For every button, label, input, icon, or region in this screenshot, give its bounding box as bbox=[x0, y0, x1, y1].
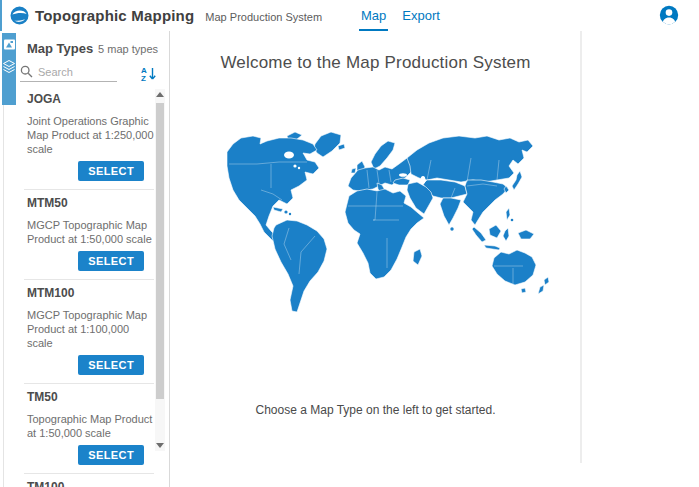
map-type-name: MTM100 bbox=[27, 286, 154, 300]
map-type-description: MGCP Topographic Map Product at 1:50,000… bbox=[27, 218, 154, 246]
app-subtitle: Map Production System bbox=[205, 11, 322, 23]
list-item-tm100: TM100 bbox=[24, 474, 154, 487]
scroll-down-arrow[interactable] bbox=[156, 443, 164, 448]
app-title: Topographic Mapping bbox=[35, 7, 194, 24]
map-type-description: Joint Operations Graphic Map Product at … bbox=[27, 114, 154, 156]
layers-icon[interactable] bbox=[3, 60, 15, 73]
panel-title: Map Types bbox=[27, 41, 93, 56]
user-avatar-icon[interactable] bbox=[659, 5, 679, 25]
select-button-mtm50[interactable]: SELECT bbox=[78, 251, 144, 271]
tab-map[interactable]: Map bbox=[359, 0, 388, 31]
list-item-tm50: TM50 Topographic Map Product at 1:50,000… bbox=[24, 384, 154, 474]
sort-a-z-icon[interactable]: A Z bbox=[139, 66, 157, 82]
map-type-name: MTM50 bbox=[27, 196, 154, 210]
svg-text:Z: Z bbox=[141, 74, 146, 82]
widget-rail bbox=[2, 33, 16, 105]
map-types-panel: Map Types 5 map types A Z bbox=[16, 31, 170, 487]
sidebar-scrollbar[interactable] bbox=[155, 89, 165, 451]
header-tabs: Map Export bbox=[359, 0, 454, 31]
map-widget-icon[interactable] bbox=[4, 39, 15, 50]
tab-export[interactable]: Export bbox=[400, 0, 442, 31]
map-type-description: MGCP Topographic Map Product at 1:100,00… bbox=[27, 308, 154, 350]
sidebar: Map Types 5 map types A Z bbox=[0, 31, 170, 487]
welcome-title: Welcome to the Map Production System bbox=[171, 53, 580, 73]
scroll-up-arrow[interactable] bbox=[156, 92, 164, 97]
rail-divider bbox=[3, 105, 4, 487]
globe-icon bbox=[10, 6, 29, 25]
app-header: Topographic Mapping Map Production Syste… bbox=[0, 0, 699, 31]
list-item-mtm100: MTM100 MGCP Topographic Map Product at 1… bbox=[24, 280, 154, 384]
select-button-mtm100[interactable]: SELECT bbox=[78, 355, 144, 375]
world-map bbox=[227, 128, 567, 318]
welcome-panel: Welcome to the Map Production System bbox=[171, 31, 582, 463]
map-type-name: TM50 bbox=[27, 390, 154, 404]
select-button-joga[interactable]: SELECT bbox=[78, 161, 144, 181]
app-window: Topographic Mapping Map Production Syste… bbox=[0, 0, 699, 487]
list-item-mtm50: MTM50 MGCP Topographic Map Product at 1:… bbox=[24, 190, 154, 280]
scrollbar-thumb[interactable] bbox=[156, 103, 164, 399]
search-icon bbox=[20, 65, 33, 78]
map-type-count: 5 map types bbox=[98, 43, 158, 55]
map-type-name: JOGA bbox=[27, 92, 154, 106]
header-accent-edge bbox=[0, 0, 2, 31]
search-box[interactable] bbox=[20, 65, 117, 82]
map-type-list: JOGA Joint Operations Graphic Map Produc… bbox=[24, 86, 154, 487]
list-item-joga: JOGA Joint Operations Graphic Map Produc… bbox=[24, 86, 154, 190]
search-input[interactable] bbox=[38, 66, 112, 78]
map-type-description: Topographic Map Product at 1:50,000 scal… bbox=[27, 412, 154, 440]
map-type-name: TM100 bbox=[27, 480, 154, 487]
select-button-tm50[interactable]: SELECT bbox=[78, 445, 144, 465]
instruction-text: Choose a Map Type on the left to get sta… bbox=[171, 403, 580, 417]
